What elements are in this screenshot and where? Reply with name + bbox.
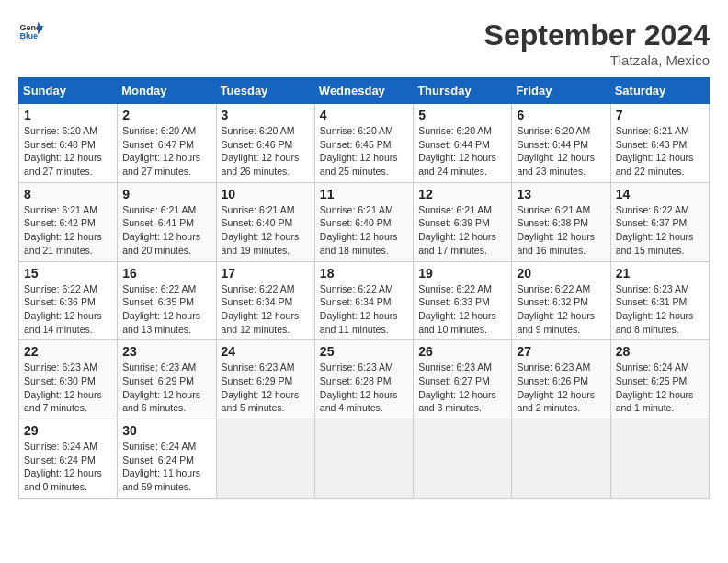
day-info: Sunrise: 6:23 AMSunset: 6:27 PMDaylight:… <box>418 361 506 415</box>
day-info: Sunrise: 6:23 AMSunset: 6:31 PMDaylight:… <box>616 282 704 337</box>
calendar-cell <box>314 419 413 499</box>
calendar-cell <box>512 419 610 499</box>
day-number: 18 <box>320 266 408 281</box>
header-day-monday: Monday <box>118 78 216 104</box>
day-info: Sunrise: 6:22 AMSunset: 6:32 PMDaylight:… <box>517 282 605 337</box>
day-info: Sunrise: 6:23 AMSunset: 6:29 PMDaylight:… <box>122 361 210 415</box>
day-number: 15 <box>24 266 112 281</box>
day-info: Sunrise: 6:21 AMSunset: 6:41 PMDaylight:… <box>122 203 210 258</box>
day-info: Sunrise: 6:21 AMSunset: 6:39 PMDaylight:… <box>418 203 506 258</box>
day-number: 1 <box>24 108 112 122</box>
header-day-wednesday: Wednesday <box>314 78 413 104</box>
calendar-cell: 20 Sunrise: 6:22 AMSunset: 6:32 PMDaylig… <box>512 261 610 340</box>
day-number: 6 <box>517 108 605 122</box>
day-info: Sunrise: 6:20 AMSunset: 6:45 PMDaylight:… <box>320 124 408 178</box>
day-info: Sunrise: 6:23 AMSunset: 6:29 PMDaylight:… <box>222 361 310 415</box>
day-number: 22 <box>24 344 112 359</box>
day-info: Sunrise: 6:21 AMSunset: 6:40 PMDaylight:… <box>320 203 408 258</box>
header-day-friday: Friday <box>512 78 610 104</box>
day-info: Sunrise: 6:22 AMSunset: 6:35 PMDaylight:… <box>122 282 210 337</box>
calendar-cell: 23 Sunrise: 6:23 AMSunset: 6:29 PMDaylig… <box>118 340 216 419</box>
calendar-cell: 2 Sunrise: 6:20 AMSunset: 6:47 PMDayligh… <box>118 104 216 183</box>
header-day-saturday: Saturday <box>610 78 709 104</box>
calendar-cell: 12 Sunrise: 6:21 AMSunset: 6:39 PMDaylig… <box>414 182 512 261</box>
day-number: 30 <box>122 423 210 438</box>
calendar-cell: 4 Sunrise: 6:20 AMSunset: 6:45 PMDayligh… <box>314 104 413 183</box>
calendar-cell: 10 Sunrise: 6:21 AMSunset: 6:40 PMDaylig… <box>216 182 314 261</box>
day-number: 14 <box>616 187 704 201</box>
calendar-table: SundayMondayTuesdayWednesdayThursdayFrid… <box>18 77 710 499</box>
day-info: Sunrise: 6:23 AMSunset: 6:26 PMDaylight:… <box>517 361 605 415</box>
calendar-cell: 17 Sunrise: 6:22 AMSunset: 6:34 PMDaylig… <box>216 261 314 340</box>
calendar-cell: 1 Sunrise: 6:20 AMSunset: 6:48 PMDayligh… <box>19 104 118 183</box>
day-number: 29 <box>24 423 112 438</box>
day-info: Sunrise: 6:23 AMSunset: 6:30 PMDaylight:… <box>24 361 112 415</box>
day-info: Sunrise: 6:20 AMSunset: 6:47 PMDaylight:… <box>122 124 210 178</box>
day-number: 5 <box>418 108 506 122</box>
day-number: 2 <box>122 108 210 122</box>
day-info: Sunrise: 6:24 AMSunset: 6:24 PMDaylight:… <box>122 440 210 494</box>
day-number: 11 <box>320 187 408 201</box>
day-number: 20 <box>517 266 605 281</box>
calendar-cell: 15 Sunrise: 6:22 AMSunset: 6:36 PMDaylig… <box>19 261 118 340</box>
day-number: 3 <box>222 108 310 122</box>
calendar-cell: 8 Sunrise: 6:21 AMSunset: 6:42 PMDayligh… <box>19 182 118 261</box>
day-info: Sunrise: 6:21 AMSunset: 6:38 PMDaylight:… <box>517 203 605 258</box>
day-info: Sunrise: 6:22 AMSunset: 6:34 PMDaylight:… <box>222 282 310 337</box>
calendar-body: 1 Sunrise: 6:20 AMSunset: 6:48 PMDayligh… <box>19 104 710 499</box>
calendar-cell: 11 Sunrise: 6:21 AMSunset: 6:40 PMDaylig… <box>314 182 413 261</box>
header-row: SundayMondayTuesdayWednesdayThursdayFrid… <box>19 78 710 104</box>
calendar-cell: 9 Sunrise: 6:21 AMSunset: 6:41 PMDayligh… <box>118 182 216 261</box>
day-number: 24 <box>222 344 310 359</box>
day-number: 10 <box>222 187 310 201</box>
calendar-cell: 29 Sunrise: 6:24 AMSunset: 6:24 PMDaylig… <box>19 419 118 499</box>
calendar-cell <box>610 419 709 499</box>
calendar-week-3: 15 Sunrise: 6:22 AMSunset: 6:36 PMDaylig… <box>19 261 710 340</box>
calendar-cell: 7 Sunrise: 6:21 AMSunset: 6:43 PMDayligh… <box>610 104 709 183</box>
day-number: 26 <box>418 344 506 359</box>
day-info: Sunrise: 6:21 AMSunset: 6:43 PMDaylight:… <box>616 124 704 178</box>
location-subtitle: Tlatzala, Mexico <box>484 52 710 68</box>
calendar-cell: 3 Sunrise: 6:20 AMSunset: 6:46 PMDayligh… <box>216 104 314 183</box>
calendar-cell: 19 Sunrise: 6:22 AMSunset: 6:33 PMDaylig… <box>414 261 512 340</box>
day-info: Sunrise: 6:20 AMSunset: 6:48 PMDaylight:… <box>24 124 112 178</box>
day-info: Sunrise: 6:22 AMSunset: 6:36 PMDaylight:… <box>24 282 112 337</box>
day-number: 4 <box>320 108 408 122</box>
calendar-cell: 28 Sunrise: 6:24 AMSunset: 6:25 PMDaylig… <box>610 340 709 419</box>
svg-text:Blue: Blue <box>19 31 38 40</box>
day-info: Sunrise: 6:20 AMSunset: 6:44 PMDaylight:… <box>418 124 506 178</box>
day-number: 21 <box>616 266 704 281</box>
logo-icon: General Blue <box>18 18 44 44</box>
calendar-cell: 16 Sunrise: 6:22 AMSunset: 6:35 PMDaylig… <box>118 261 216 340</box>
day-info: Sunrise: 6:22 AMSunset: 6:33 PMDaylight:… <box>418 282 506 337</box>
day-info: Sunrise: 6:23 AMSunset: 6:28 PMDaylight:… <box>320 361 408 415</box>
day-info: Sunrise: 6:22 AMSunset: 6:37 PMDaylight:… <box>616 203 704 258</box>
calendar-cell: 18 Sunrise: 6:22 AMSunset: 6:34 PMDaylig… <box>314 261 413 340</box>
day-number: 8 <box>24 187 112 201</box>
day-number: 7 <box>616 108 704 122</box>
calendar-cell: 6 Sunrise: 6:20 AMSunset: 6:44 PMDayligh… <box>512 104 610 183</box>
page-header: General Blue September 2024 Tlatzala, Me… <box>18 18 710 68</box>
day-number: 9 <box>122 187 210 201</box>
day-number: 25 <box>320 344 408 359</box>
day-info: Sunrise: 6:20 AMSunset: 6:44 PMDaylight:… <box>517 124 605 178</box>
title-block: September 2024 Tlatzala, Mexico <box>484 18 710 68</box>
logo: General Blue <box>18 18 44 44</box>
day-number: 17 <box>222 266 310 281</box>
header-day-thursday: Thursday <box>414 78 512 104</box>
calendar-cell: 30 Sunrise: 6:24 AMSunset: 6:24 PMDaylig… <box>118 419 216 499</box>
header-day-tuesday: Tuesday <box>216 78 314 104</box>
calendar-cell: 22 Sunrise: 6:23 AMSunset: 6:30 PMDaylig… <box>19 340 118 419</box>
day-info: Sunrise: 6:21 AMSunset: 6:40 PMDaylight:… <box>222 203 310 258</box>
calendar-cell: 24 Sunrise: 6:23 AMSunset: 6:29 PMDaylig… <box>216 340 314 419</box>
calendar-week-4: 22 Sunrise: 6:23 AMSunset: 6:30 PMDaylig… <box>19 340 710 419</box>
day-number: 28 <box>616 344 704 359</box>
calendar-cell <box>216 419 314 499</box>
calendar-cell: 21 Sunrise: 6:23 AMSunset: 6:31 PMDaylig… <box>610 261 709 340</box>
day-number: 27 <box>517 344 605 359</box>
day-number: 23 <box>122 344 210 359</box>
calendar-cell: 5 Sunrise: 6:20 AMSunset: 6:44 PMDayligh… <box>414 104 512 183</box>
day-number: 16 <box>122 266 210 281</box>
calendar-week-1: 1 Sunrise: 6:20 AMSunset: 6:48 PMDayligh… <box>19 104 710 183</box>
calendar-cell: 26 Sunrise: 6:23 AMSunset: 6:27 PMDaylig… <box>414 340 512 419</box>
